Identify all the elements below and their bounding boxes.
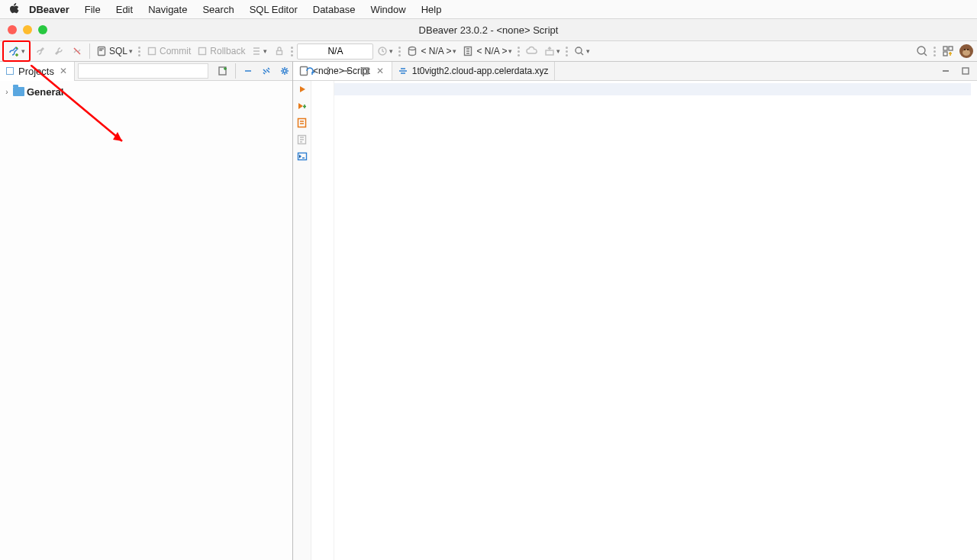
svg-point-9	[576, 47, 582, 53]
menu-navigate[interactable]: Navigate	[140, 0, 195, 19]
view-menu-button[interactable]	[320, 63, 337, 79]
toolbar-handle[interactable]	[138, 44, 141, 58]
svg-point-10	[917, 47, 925, 54]
connect-button[interactable]	[32, 43, 49, 60]
chevron-down-icon: ▾	[21, 47, 25, 55]
transaction-mode-button[interactable]: ▾	[249, 43, 269, 60]
lock-button[interactable]	[271, 43, 288, 60]
chevron-down-icon: ▾	[508, 47, 512, 55]
minimize-editor-button[interactable]	[937, 63, 954, 79]
menu-app-name[interactable]: DBeaver	[21, 0, 77, 19]
editor-vertical-toolbar	[293, 81, 311, 560]
editor-tab-label: 1t0vigth2.cloud-app.celerdata.xyz	[412, 66, 549, 76]
menu-window[interactable]: Window	[363, 0, 413, 19]
terminal-button[interactable]	[296, 150, 308, 163]
toolbar-handle[interactable]	[518, 44, 521, 58]
main-toolbar: ▾ SQL ▾ Commit Rollback ▾ ▾ < N/A >	[0, 41, 977, 62]
execute-script-button[interactable]	[296, 117, 308, 129]
chevron-down-icon: ▾	[586, 47, 590, 55]
svg-point-22	[327, 67, 330, 69]
database-selector[interactable]: < N/A > ▾	[405, 43, 459, 60]
svg-point-24	[327, 73, 330, 76]
reconnect-button[interactable]	[50, 43, 67, 60]
menu-file[interactable]: File	[77, 0, 108, 19]
collapse-all-button[interactable]	[240, 63, 256, 79]
chevron-down-icon: ▾	[389, 47, 393, 55]
window-title: DBeaver 23.0.2 - <none> Script	[0, 24, 977, 36]
maximize-view-button[interactable]	[356, 63, 373, 79]
menu-edit[interactable]: Edit	[108, 0, 140, 19]
history-button[interactable]: ▾	[375, 43, 395, 60]
refresh-button[interactable]	[301, 63, 318, 79]
explain-plan-button[interactable]	[296, 134, 308, 146]
app-avatar-icon[interactable]	[958, 43, 975, 60]
editor-tab-connection[interactable]: 1t0vigth2.cloud-app.celerdata.xyz	[392, 62, 555, 80]
svg-rect-2	[149, 48, 156, 55]
global-search-button[interactable]	[914, 43, 930, 60]
close-icon[interactable]: ✕	[374, 66, 386, 76]
chevron-right-icon[interactable]: ›	[3, 88, 11, 96]
new-connection-button[interactable]: ▾	[5, 43, 27, 60]
apple-logo-icon[interactable]	[6, 3, 21, 15]
toolbar-handle[interactable]	[291, 44, 294, 58]
commit-label: Commit	[160, 46, 191, 56]
tree-root-item[interactable]: › General	[2, 84, 291, 99]
menu-sql-editor[interactable]: SQL Editor	[242, 0, 305, 19]
svg-point-15	[962, 50, 970, 56]
svg-rect-11	[943, 47, 947, 50]
execute-button[interactable]	[296, 83, 308, 95]
svg-point-6	[409, 47, 416, 50]
svg-point-16	[964, 49, 966, 50]
projects-tree[interactable]: › General	[0, 81, 292, 560]
svg-rect-13	[943, 52, 947, 56]
configure-button[interactable]	[276, 63, 293, 79]
svg-rect-28	[298, 119, 306, 127]
deploy-button[interactable]: ▾	[542, 43, 563, 60]
execute-new-tab-button[interactable]	[296, 100, 308, 112]
toolbar-handle[interactable]	[566, 44, 569, 58]
menu-search[interactable]: Search	[195, 0, 241, 19]
menu-help[interactable]: Help	[414, 0, 450, 19]
sql-editor-area[interactable]	[311, 81, 977, 560]
close-icon[interactable]: ✕	[57, 66, 69, 76]
db-selector-label: < N/A >	[421, 46, 451, 56]
projects-icon	[5, 66, 15, 76]
folder-icon	[13, 87, 24, 96]
svg-rect-25	[362, 68, 368, 74]
svg-rect-3	[199, 48, 206, 55]
disconnect-button[interactable]	[69, 43, 85, 60]
datasource-selector[interactable]	[297, 43, 373, 60]
svg-rect-12	[949, 47, 953, 50]
toolbar-handle[interactable]	[933, 44, 937, 58]
sql-editor-button[interactable]: SQL ▾	[94, 43, 135, 60]
toolbar-handle[interactable]	[398, 44, 401, 58]
connection-icon	[398, 66, 408, 76]
rollback-button[interactable]: Rollback	[195, 43, 247, 60]
schema-selector[interactable]: < N/A > ▾	[460, 43, 514, 60]
svg-rect-19	[7, 68, 13, 74]
filter-input[interactable]	[78, 63, 208, 79]
tree-item-label: General	[27, 86, 63, 98]
svg-rect-8	[546, 50, 553, 55]
maximize-editor-button[interactable]	[957, 63, 974, 79]
chevron-down-icon: ▾	[556, 47, 560, 55]
svg-point-17	[967, 49, 969, 50]
projects-tab[interactable]: Projects ✕	[0, 62, 75, 81]
svg-rect-27	[962, 68, 969, 74]
menu-database[interactable]: Database	[305, 0, 363, 19]
svg-rect-4	[277, 51, 282, 55]
chevron-down-icon: ▾	[129, 47, 133, 55]
perspective-button[interactable]	[940, 43, 956, 60]
highlight-annotation: ▾	[2, 40, 31, 62]
commit-button[interactable]: Commit	[144, 43, 193, 60]
svg-point-0	[16, 47, 18, 49]
svg-point-21	[283, 69, 286, 72]
sql-label: SQL	[109, 46, 127, 56]
minimize-view-button[interactable]	[338, 63, 355, 79]
create-project-button[interactable]	[214, 63, 231, 79]
cloud-button[interactable]	[524, 43, 540, 60]
schema-selector-label: < N/A >	[476, 46, 507, 56]
link-editor-button[interactable]	[258, 63, 275, 79]
search-button[interactable]: ▾	[572, 43, 592, 60]
chevron-down-icon: ▾	[263, 47, 267, 55]
